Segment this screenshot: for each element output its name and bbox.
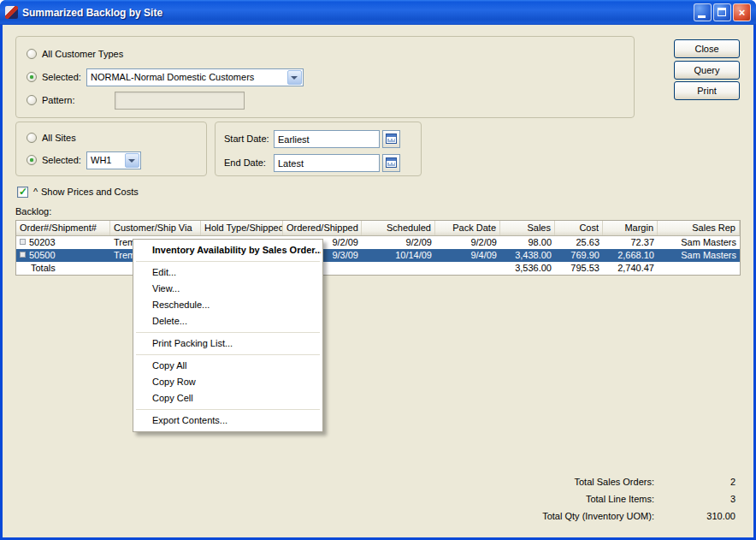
table-cell[interactable]: Totals [16,262,110,275]
table-cell[interactable]: 9/2/09 [435,236,500,249]
table-cell[interactable]: 2,668.10 [603,249,658,262]
table-cell[interactable]: 769.90 [555,249,603,262]
radio-selected-customer-type[interactable] [27,72,37,82]
table-cell[interactable]: 10/14/09 [362,249,435,262]
radio-all-customer-types[interactable] [27,49,37,59]
date-range-group: Start Date: End Date: [215,122,422,176]
site-combobox[interactable]: WH1 [86,151,141,169]
pattern-label: Pattern: [42,95,75,106]
print-button[interactable]: Print [674,81,740,100]
all-customer-types-label: All Customer Types [42,49,123,60]
column-header-cost[interactable]: Cost [555,221,603,235]
menu-item-copy-all[interactable]: Copy All [135,358,321,374]
dialog-body: All Customer Types Selected: NORMAL-Norm… [3,25,753,537]
menu-item-view[interactable]: View... [135,281,321,297]
start-date-input[interactable] [274,130,380,148]
table-cell[interactable]: Sam Masters [658,236,740,249]
menu-item-delete[interactable]: Delete... [135,313,321,329]
column-header-customer[interactable]: Customer/Ship Via [110,221,201,235]
start-date-calendar-button[interactable] [382,130,400,148]
start-date-label: Start Date: [224,134,269,145]
summary-label: Total Sales Orders: [376,477,654,487]
summary-total-sales-orders: Total Sales Orders: 2 [376,477,735,487]
backlog-table-header[interactable]: Order#/Shipment# Customer/Ship Via Hold … [16,221,740,236]
all-sites-label: All Sites [42,133,76,144]
menu-item-reschedule[interactable]: Reschedule... [135,297,321,313]
show-prices-label: Show Prices and Costs [41,187,139,198]
maximize-button[interactable] [713,3,731,21]
close-button[interactable]: Close [674,39,740,58]
chevron-down-icon[interactable] [125,153,139,168]
summary-total-line-items: Total Line Items: 3 [376,494,735,504]
table-cell[interactable]: 9/4/09 [435,249,500,262]
site-value: WH1 [91,155,123,165]
summary-value: 310.00 [654,511,735,521]
customer-type-combobox[interactable]: NORMAL-Normal Domestic Customers [86,68,304,86]
table-cell[interactable]: 2,740.47 [603,262,658,275]
table-row-selected[interactable]: 50500 Treme 9/3/09 10/14/09 9/4/09 3,438… [16,249,740,262]
table-cell[interactable]: 72.37 [603,236,658,249]
context-menu: Inventory Availability by Sales Order...… [133,239,323,432]
table-cell[interactable]: Sam Masters [658,249,740,262]
table-cell[interactable] [435,262,500,275]
radio-selected-site[interactable] [27,155,37,165]
summary-value: 2 [654,477,735,487]
query-button[interactable]: Query [674,61,740,80]
summary-label: Total Line Items: [376,494,654,504]
menu-item-edit[interactable]: Edit... [135,264,321,281]
show-prices-checkbox[interactable] [17,187,28,198]
titlebar-buttons: × [694,3,751,21]
column-header-sales-rep[interactable]: Sales Rep [658,221,740,235]
table-row[interactable]: 50203 Treme 9/2/09 9/2/09 9/2/09 98.00 2… [16,236,740,249]
table-cell[interactable]: 50203 [16,236,110,249]
maximize-icon [718,8,726,16]
customer-filter-group: All Customer Types Selected: NORMAL-Norm… [15,36,635,118]
app-icon [5,6,18,19]
app-window: Summarized Backlog by Site × All Custome… [0,0,756,540]
end-date-label: End Date: [224,157,266,169]
end-date-input[interactable] [274,154,380,172]
cell-text: 50500 [29,250,56,260]
table-cell[interactable]: 9/2/09 [362,236,435,249]
end-date-calendar-button[interactable] [382,154,400,172]
menu-item-print-packing-list[interactable]: Print Packing List... [135,335,321,352]
menu-item-copy-row[interactable]: Copy Row [135,374,321,390]
close-window-button[interactable]: × [733,3,751,21]
table-cell[interactable]: 3,536.00 [500,262,555,275]
column-header-order[interactable]: Order#/Shipment# [16,221,110,235]
summary-label: Total Qty (Inventory UOM): [376,511,654,521]
column-header-scheduled[interactable]: Scheduled [362,221,435,235]
table-cell[interactable]: 50500 [16,249,110,262]
radio-all-sites[interactable] [27,133,37,143]
summary-value: 3 [654,494,735,504]
selected-site-label: Selected: [42,155,81,166]
column-header-ordered[interactable]: Ordered/Shipped [283,221,362,235]
column-header-sales[interactable]: Sales [500,221,555,235]
table-cell[interactable] [362,262,435,275]
table-row-totals[interactable]: Totals 3,536.00 795.53 2,740.47 [16,262,740,275]
minimize-button[interactable] [694,3,712,21]
summary-total-qty: Total Qty (Inventory UOM): 310.00 [376,511,735,521]
backlog-section-label: Backlog: [15,206,51,217]
menu-item-export-contents[interactable]: Export Contents... [135,412,321,429]
customer-type-value: NORMAL-Normal Domestic Customers [91,72,286,82]
table-cell[interactable]: 25.63 [555,236,603,249]
selected-customer-label: Selected: [42,72,81,83]
calendar-icon [386,134,397,144]
window-title: Summarized Backlog by Site [22,7,694,19]
titlebar[interactable]: Summarized Backlog by Site × [0,0,756,25]
table-cell[interactable]: 98.00 [500,236,555,249]
chevron-down-icon[interactable] [287,70,302,85]
column-header-hold-type[interactable]: Hold Type/Shipped [201,221,283,235]
menu-item-copy-cell[interactable]: Copy Cell [135,390,321,406]
table-cell[interactable]: 3,438.00 [500,249,555,262]
table-cell[interactable] [658,262,740,275]
table-cell[interactable]: 795.53 [555,262,603,275]
row-expand-icon [20,252,26,258]
menu-item-inventory-availability[interactable]: Inventory Availability by Sales Order... [135,242,321,258]
row-expand-icon [20,239,26,245]
radio-pattern[interactable] [27,95,37,105]
column-header-margin[interactable]: Margin [603,221,658,235]
column-header-pack-date[interactable]: Pack Date [435,221,500,235]
pattern-input[interactable] [115,92,245,110]
